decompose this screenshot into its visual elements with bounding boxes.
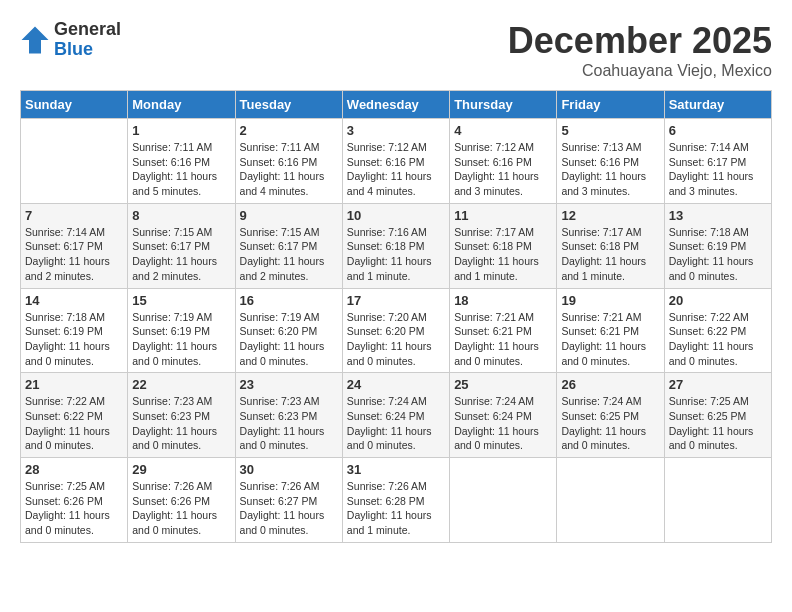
day-number: 18 xyxy=(454,293,552,308)
day-number: 14 xyxy=(25,293,123,308)
day-cell: 18Sunrise: 7:21 AMSunset: 6:21 PMDayligh… xyxy=(450,288,557,373)
day-info: Sunrise: 7:25 AMSunset: 6:25 PMDaylight:… xyxy=(669,394,767,453)
day-info: Sunrise: 7:11 AMSunset: 6:16 PMDaylight:… xyxy=(240,140,338,199)
sunset-time: 6:17 PM xyxy=(278,240,317,252)
sunrise-time: 7:11 AM xyxy=(281,141,320,153)
day-number: 8 xyxy=(132,208,230,223)
sunset-time: 6:21 PM xyxy=(493,325,532,337)
day-number: 28 xyxy=(25,462,123,477)
sunrise-label: Sunrise: xyxy=(561,395,600,407)
sunrise-time: 7:13 AM xyxy=(603,141,642,153)
sunrise-time: 7:16 AM xyxy=(388,226,427,238)
day-cell: 3Sunrise: 7:12 AMSunset: 6:16 PMDaylight… xyxy=(342,119,449,204)
sunset-time: 6:17 PM xyxy=(171,240,210,252)
sunset-label: Sunset: xyxy=(454,325,490,337)
day-header-monday: Monday xyxy=(128,91,235,119)
sunset-label: Sunset: xyxy=(132,495,168,507)
day-cell: 22Sunrise: 7:23 AMSunset: 6:23 PMDayligh… xyxy=(128,373,235,458)
day-info: Sunrise: 7:22 AMSunset: 6:22 PMDaylight:… xyxy=(669,310,767,369)
day-info: Sunrise: 7:15 AMSunset: 6:17 PMDaylight:… xyxy=(240,225,338,284)
sunset-time: 6:19 PM xyxy=(707,240,746,252)
day-number: 13 xyxy=(669,208,767,223)
day-number: 2 xyxy=(240,123,338,138)
sunrise-label: Sunrise: xyxy=(347,395,386,407)
day-number: 10 xyxy=(347,208,445,223)
day-number: 27 xyxy=(669,377,767,392)
sunrise-label: Sunrise: xyxy=(25,480,64,492)
sunset-time: 6:25 PM xyxy=(707,410,746,422)
sunset-label: Sunset: xyxy=(669,156,705,168)
day-cell xyxy=(557,458,664,543)
daylight-label: Daylight: xyxy=(25,425,66,437)
day-cell: 19Sunrise: 7:21 AMSunset: 6:21 PMDayligh… xyxy=(557,288,664,373)
sunrise-label: Sunrise: xyxy=(240,395,279,407)
day-number: 9 xyxy=(240,208,338,223)
day-info: Sunrise: 7:15 AMSunset: 6:17 PMDaylight:… xyxy=(132,225,230,284)
week-row-1: 1Sunrise: 7:11 AMSunset: 6:16 PMDaylight… xyxy=(21,119,772,204)
day-cell xyxy=(21,119,128,204)
daylight-label: Daylight: xyxy=(25,255,66,267)
day-header-friday: Friday xyxy=(557,91,664,119)
sunset-label: Sunset: xyxy=(561,325,597,337)
day-cell: 20Sunrise: 7:22 AMSunset: 6:22 PMDayligh… xyxy=(664,288,771,373)
month-title: December 2025 xyxy=(508,20,772,62)
day-info: Sunrise: 7:13 AMSunset: 6:16 PMDaylight:… xyxy=(561,140,659,199)
sunset-label: Sunset: xyxy=(561,156,597,168)
svg-marker-0 xyxy=(22,26,49,53)
day-cell: 15Sunrise: 7:19 AMSunset: 6:19 PMDayligh… xyxy=(128,288,235,373)
header-row: SundayMondayTuesdayWednesdayThursdayFrid… xyxy=(21,91,772,119)
sunset-time: 6:24 PM xyxy=(385,410,424,422)
sunrise-time: 7:24 AM xyxy=(603,395,642,407)
day-header-saturday: Saturday xyxy=(664,91,771,119)
sunrise-label: Sunrise: xyxy=(561,141,600,153)
day-info: Sunrise: 7:17 AMSunset: 6:18 PMDaylight:… xyxy=(454,225,552,284)
daylight-label: Daylight: xyxy=(132,340,173,352)
sunrise-time: 7:24 AM xyxy=(496,395,535,407)
sunset-time: 6:20 PM xyxy=(385,325,424,337)
sunrise-time: 7:17 AM xyxy=(603,226,642,238)
day-number: 3 xyxy=(347,123,445,138)
day-cell: 8Sunrise: 7:15 AMSunset: 6:17 PMDaylight… xyxy=(128,203,235,288)
sunrise-time: 7:21 AM xyxy=(496,311,535,323)
sunset-label: Sunset: xyxy=(25,495,61,507)
day-info: Sunrise: 7:26 AMSunset: 6:26 PMDaylight:… xyxy=(132,479,230,538)
day-cell: 28Sunrise: 7:25 AMSunset: 6:26 PMDayligh… xyxy=(21,458,128,543)
sunrise-label: Sunrise: xyxy=(25,311,64,323)
logo-general: General xyxy=(54,20,121,40)
day-cell: 17Sunrise: 7:20 AMSunset: 6:20 PMDayligh… xyxy=(342,288,449,373)
sunset-time: 6:18 PM xyxy=(600,240,639,252)
day-number: 22 xyxy=(132,377,230,392)
day-number: 17 xyxy=(347,293,445,308)
day-info: Sunrise: 7:14 AMSunset: 6:17 PMDaylight:… xyxy=(669,140,767,199)
daylight-label: Daylight: xyxy=(669,340,710,352)
sunrise-label: Sunrise: xyxy=(454,311,493,323)
sunset-label: Sunset: xyxy=(561,240,597,252)
sunrise-label: Sunrise: xyxy=(347,311,386,323)
sunset-label: Sunset: xyxy=(132,156,168,168)
day-cell: 29Sunrise: 7:26 AMSunset: 6:26 PMDayligh… xyxy=(128,458,235,543)
sunrise-label: Sunrise: xyxy=(561,311,600,323)
sunset-label: Sunset: xyxy=(669,410,705,422)
daylight-label: Daylight: xyxy=(132,255,173,267)
day-info: Sunrise: 7:22 AMSunset: 6:22 PMDaylight:… xyxy=(25,394,123,453)
daylight-label: Daylight: xyxy=(454,170,495,182)
day-cell: 24Sunrise: 7:24 AMSunset: 6:24 PMDayligh… xyxy=(342,373,449,458)
sunset-label: Sunset: xyxy=(132,240,168,252)
day-info: Sunrise: 7:24 AMSunset: 6:25 PMDaylight:… xyxy=(561,394,659,453)
day-number: 4 xyxy=(454,123,552,138)
day-number: 21 xyxy=(25,377,123,392)
sunrise-time: 7:14 AM xyxy=(66,226,105,238)
logo: General Blue xyxy=(20,20,121,60)
sunset-time: 6:18 PM xyxy=(493,240,532,252)
day-header-wednesday: Wednesday xyxy=(342,91,449,119)
sunrise-label: Sunrise: xyxy=(669,311,708,323)
day-info: Sunrise: 7:14 AMSunset: 6:17 PMDaylight:… xyxy=(25,225,123,284)
sunset-label: Sunset: xyxy=(347,156,383,168)
daylight-label: Daylight: xyxy=(347,340,388,352)
sunset-time: 6:21 PM xyxy=(600,325,639,337)
sunset-time: 6:17 PM xyxy=(64,240,103,252)
day-cell: 23Sunrise: 7:23 AMSunset: 6:23 PMDayligh… xyxy=(235,373,342,458)
sunset-time: 6:19 PM xyxy=(171,325,210,337)
day-cell: 9Sunrise: 7:15 AMSunset: 6:17 PMDaylight… xyxy=(235,203,342,288)
sunset-time: 6:27 PM xyxy=(278,495,317,507)
